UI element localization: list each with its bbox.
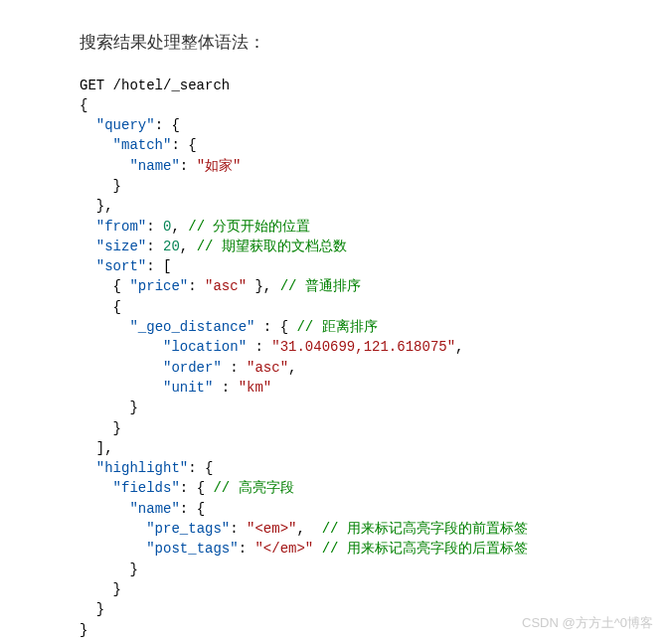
key-name2: "name": [129, 501, 179, 517]
key-geo: "_geo_distance": [129, 319, 254, 335]
comment-pre-tags: // 用来标记高亮字段的前置标签: [322, 521, 528, 537]
key-match: "match": [113, 137, 172, 153]
key-location: "location": [163, 339, 247, 355]
comment-normal-sort: // 普通排序: [280, 278, 361, 294]
key-from: "from": [96, 219, 146, 235]
val-post-tags: "</em>": [254, 541, 313, 557]
key-unit: "unit": [163, 380, 213, 396]
key-query: "query": [96, 117, 155, 133]
val-size: 20: [163, 239, 180, 254]
key-name: "name": [129, 158, 179, 174]
key-order: "order": [163, 360, 222, 376]
val-name: "如家": [197, 158, 242, 174]
key-highlight: "highlight": [96, 460, 188, 476]
comment-size: // 期望获取的文档总数: [197, 239, 347, 254]
key-price: "price": [129, 278, 188, 294]
val-unit: "km": [239, 380, 272, 396]
val-pre-tags: "<em>": [247, 521, 296, 537]
comment-distance-sort: // 距离排序: [296, 319, 377, 335]
request-line: GET /hotel/_search: [80, 78, 230, 93]
val-order: "asc": [247, 360, 288, 376]
key-size: "size": [96, 239, 146, 254]
key-pre-tags: "pre_tags": [146, 521, 230, 537]
watermark: CSDN @方方土^0博客: [522, 613, 653, 633]
comment-from: // 分页开始的位置: [188, 219, 310, 235]
comment-post-tags: // 用来标记高亮字段的后置标签: [322, 541, 528, 557]
code-block: GET /hotel/_search { "query": { "match":…: [80, 76, 591, 640]
key-post-tags: "post_tags": [146, 541, 238, 557]
key-fields: "fields": [113, 480, 180, 496]
doc-title: 搜索结果处理整体语法：: [80, 30, 591, 56]
val-asc1: "asc": [205, 278, 247, 294]
comment-highlight-fields: // 高亮字段: [213, 480, 293, 496]
key-sort: "sort": [96, 258, 146, 274]
val-location: "31.040699,121.618075": [271, 339, 455, 355]
